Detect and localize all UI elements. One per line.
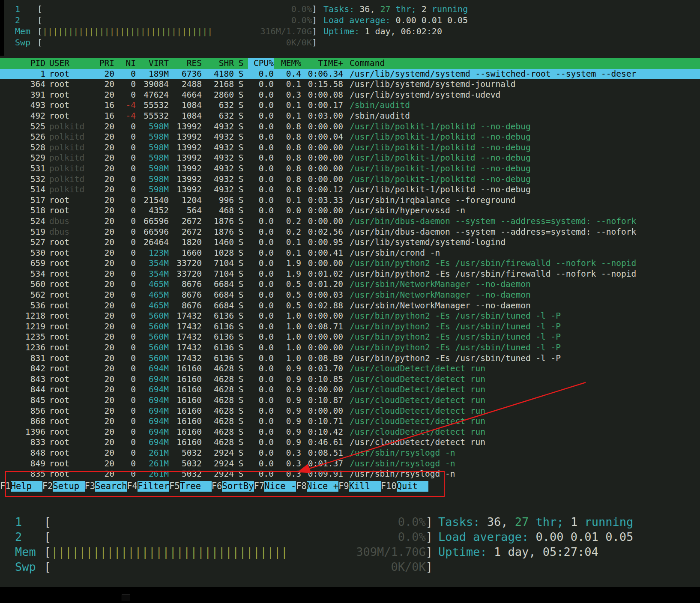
cell-pid: 493 <box>0 100 45 111</box>
table-row[interactable]: 534root200354M337207104S0.01.90:01.02/us… <box>0 269 700 280</box>
cell-s: S <box>234 90 248 101</box>
cell-mem: 0.1 <box>274 195 301 206</box>
cell-shr: 632 <box>202 100 234 111</box>
table-row[interactable]: 849root200261M50322924S0.00.30:01.37/usr… <box>0 459 700 469</box>
cell-s: S <box>234 279 248 290</box>
table-row[interactable]: 530root200123M16601028S0.00.10:00.41/usr… <box>0 248 700 259</box>
column-header-pid[interactable]: PID <box>0 58 45 69</box>
cell-pri: 20 <box>97 343 114 353</box>
column-header-cpu-sorted[interactable]: CPU% <box>248 58 274 69</box>
fn-key-label: F3 <box>85 481 96 492</box>
table-row[interactable]: 835root200261M50322924S0.00.30:09.91/usr… <box>0 469 700 480</box>
table-row[interactable]: 844root200694M161604628S0.00.90:00.00/us… <box>0 385 700 395</box>
fn-f9-kill[interactable]: F9Kill <box>338 481 381 492</box>
column-header-command[interactable]: Command <box>350 58 700 69</box>
table-row[interactable]: 1235root200560M174326136S0.01.00:00.00/u… <box>0 332 700 343</box>
column-header-shr[interactable]: SHR <box>202 58 234 69</box>
table-row[interactable]: 1236root200560M174326136S0.01.00:00.00/u… <box>0 343 700 353</box>
swap-value: 0K/0K <box>286 37 312 48</box>
table-row[interactable]: 536root200465M86766684S0.00.50:02.88/usr… <box>0 301 700 311</box>
cell-virt: 66596 <box>136 216 169 227</box>
cell-user: polkitd <box>49 164 97 174</box>
table-row[interactable]: 833root200694M161604628S0.00.90:46.61/us… <box>0 437 700 448</box>
column-header-time[interactable]: TIME+ <box>301 58 343 69</box>
cell-res: 17432 <box>169 353 202 364</box>
table-row[interactable]: 560root200465M86766684S0.00.50:01.20/usr… <box>0 279 700 290</box>
table-row[interactable]: 364root2003908424882168S0.00.10:15.58/us… <box>0 79 700 90</box>
table-row[interactable]: 518root2004352564468S0.00.00:00.00/usr/s… <box>0 206 700 216</box>
fn-f5-tree[interactable]: F5Tree <box>169 481 212 492</box>
column-header-state[interactable]: S <box>234 58 248 69</box>
cpu1-value: 0.0% <box>398 514 426 529</box>
fn-f6-sortby[interactable]: F6SortBy <box>212 481 254 492</box>
fn-f4-filter[interactable]: F4Filter <box>127 481 169 492</box>
cell-mem: 0.1 <box>274 79 301 90</box>
tasks-stat: Tasks: 36, 27 thr; 1 running <box>438 514 633 529</box>
cell-cpu: 0.0 <box>248 227 274 238</box>
table-row[interactable]: 519dbus2006659626721876S0.00.20:02.56/us… <box>0 227 700 238</box>
table-row[interactable]: 391root2004762446642860S0.00.30:00.08/us… <box>0 90 700 101</box>
table-row[interactable]: 842root200694M161604628S0.00.90:03.70/us… <box>0 364 700 374</box>
column-header-virt[interactable]: VIRT <box>136 58 169 69</box>
table-row[interactable]: 517root200215401204996S0.00.10:03.33/usr… <box>0 195 700 206</box>
table-row[interactable]: 526polkitd200598M139924932S0.00.80:00.04… <box>0 132 700 143</box>
fn-f3-search[interactable]: F3Search <box>85 481 127 492</box>
table-row[interactable]: 528polkitd200598M139924932S0.00.80:00.00… <box>0 143 700 153</box>
table-row[interactable]: 831root200560M174326136S0.01.00:08.89/us… <box>0 353 700 364</box>
cpu2-value: 0.0% <box>398 529 426 544</box>
table-row[interactable]: 562root200465M86766684S0.00.50:00.03/usr… <box>0 290 700 301</box>
column-header-res[interactable]: RES <box>169 58 202 69</box>
table-row[interactable]: 1219root200560M174326136S0.01.00:08.71/u… <box>0 322 700 332</box>
cell-virt: 560M <box>136 332 169 343</box>
cell-virt: 55532 <box>136 100 169 111</box>
table-row[interactable]: 845root200694M161604628S0.00.90:10.87/us… <box>0 395 700 406</box>
cell-pri: 20 <box>97 332 114 343</box>
cell-ni: 0 <box>114 153 136 164</box>
table-row[interactable]: 1396root200694M161604628S0.00.90:10.42/u… <box>0 427 700 438</box>
table-row[interactable]: 524dbus2006659626721876S0.00.20:00.00/us… <box>0 216 700 227</box>
cell-virt: 598M <box>136 153 169 164</box>
fn-f8-nice-+[interactable]: F8Nice + <box>296 481 338 492</box>
fn-key-label: F7 <box>254 481 265 492</box>
column-header-user[interactable]: USER <box>49 58 97 69</box>
table-row[interactable]: 843root200694M161604628S0.00.90:10.85/us… <box>0 374 700 385</box>
cell-cmd: /usr/bin/dbus-daemon --system --address=… <box>350 227 700 238</box>
table-row[interactable]: 525polkitd200598M139924932S0.00.80:00.00… <box>0 122 700 132</box>
table-row[interactable]: 659root200354M337207104S0.01.90:00.00/us… <box>0 258 700 269</box>
cell-s: S <box>234 322 248 332</box>
cell-virt: 694M <box>136 427 169 438</box>
fn-f1-help[interactable]: F1Help <box>0 481 42 492</box>
cell-s: S <box>234 353 248 364</box>
cell-user: root <box>49 248 97 259</box>
column-header-ni[interactable]: NI <box>114 58 136 69</box>
column-header-mem[interactable]: MEM% <box>274 58 301 69</box>
cell-pid: 831 <box>0 353 45 364</box>
terminal-cursor <box>122 594 130 601</box>
table-row[interactable]: 868root200694M161604628S0.00.90:10.71/us… <box>0 416 700 427</box>
table-row[interactable]: 532polkitd200598M139924932S0.00.80:00.00… <box>0 174 700 185</box>
table-row[interactable]: 493root16-4555321084632S0.00.10:00.17/sb… <box>0 100 700 111</box>
table-row[interactable]: 1218root200560M174326136S0.01.00:00.00/u… <box>0 311 700 322</box>
cell-shr: 996 <box>202 195 234 206</box>
fn-f10-quit[interactable]: F10Quit <box>381 481 428 492</box>
cell-cpu: 0.0 <box>248 343 274 353</box>
cell-s: S <box>234 69 248 80</box>
table-row-selected[interactable]: 1root200189M67364180S0.00.40:06.34/usr/l… <box>0 69 700 80</box>
bracket-close: ] <box>312 15 317 26</box>
table-row[interactable]: 529polkitd200598M139924932S0.00.80:00.00… <box>0 153 700 164</box>
column-header-pri[interactable]: PRI <box>97 58 114 69</box>
table-row[interactable]: 848root200261M50322924S0.00.30:08.51/usr… <box>0 448 700 459</box>
table-row[interactable]: 514polkitd200598M139924932S0.00.80:00.12… <box>0 185 700 195</box>
cell-virt: 694M <box>136 374 169 385</box>
table-row[interactable]: 492root16-4555321084632S0.00.10:03.00/sb… <box>0 111 700 122</box>
table-row[interactable]: 527root2002646418201460S0.00.10:00.95/us… <box>0 237 700 248</box>
cell-mem: 0.9 <box>274 416 301 427</box>
fn-f7-nice--[interactable]: F7Nice - <box>254 481 296 492</box>
table-row[interactable]: 531polkitd200598M139924932S0.00.80:00.00… <box>0 164 700 174</box>
table-row[interactable]: 856root200694M161604628S0.00.90:00.00/us… <box>0 406 700 417</box>
cell-pri: 20 <box>97 227 114 238</box>
cell-ni: 0 <box>114 416 136 427</box>
cell-cpu: 0.0 <box>248 185 274 195</box>
cell-cpu: 0.0 <box>248 364 274 374</box>
fn-f2-setup[interactable]: F2Setup <box>42 481 85 492</box>
